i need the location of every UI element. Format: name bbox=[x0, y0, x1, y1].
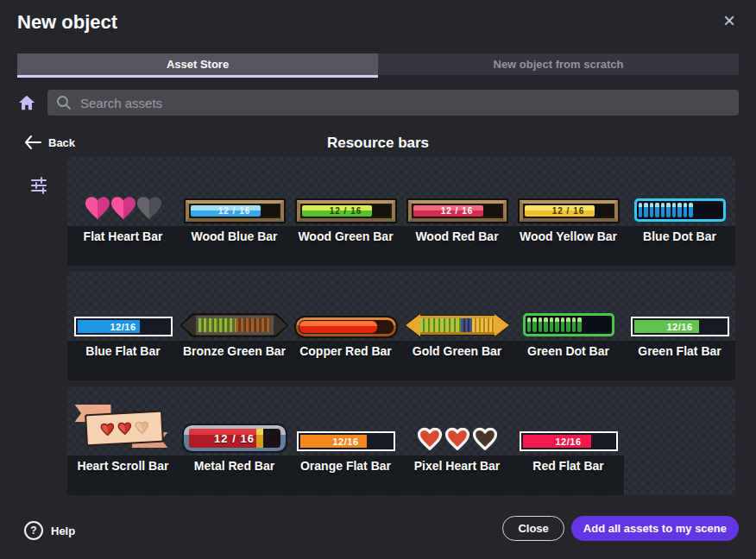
asset-tile-label: Heart Scroll Bar bbox=[67, 455, 179, 495]
asset-tile-blue-flat-bar[interactable]: 12/16Blue Flat Bar bbox=[67, 272, 179, 380]
category-header: Resource bars Back bbox=[0, 134, 756, 156]
close-icon[interactable]: × bbox=[723, 10, 735, 31]
help-label: Help bbox=[51, 524, 75, 537]
asset-thumbnail: 12 / 16 bbox=[513, 157, 624, 226]
tab-new-object-from-scratch[interactable]: New object from scratch bbox=[378, 53, 739, 75]
category-title: Resource bars bbox=[0, 135, 756, 152]
asset-thumbnail: 12/16 bbox=[624, 272, 735, 341]
asset-tile-label: Copper Red Bar bbox=[290, 341, 401, 380]
asset-tile-wood-blue-bar[interactable]: 12 / 16Wood Blue Bar bbox=[179, 157, 290, 266]
asset-thumbnail: 12/16 bbox=[513, 386, 624, 455]
asset-tile-wood-green-bar[interactable]: 12 / 16Wood Green Bar bbox=[290, 157, 401, 266]
asset-tile-metal-red-bar[interactable]: 12 / 16Metal Red Bar bbox=[179, 386, 290, 495]
tab-bar: Asset Store New object from scratch bbox=[17, 53, 739, 75]
home-button[interactable] bbox=[17, 93, 36, 112]
asset-thumbnail: 12/16 bbox=[67, 272, 179, 341]
asset-tile-wood-yellow-bar[interactable]: 12 / 16Wood Yellow Bar bbox=[513, 157, 624, 266]
dialog-title: New object bbox=[17, 11, 117, 34]
asset-row: Heart Scroll Bar12 / 16Metal Red Bar12/1… bbox=[67, 386, 735, 495]
help-button[interactable]: ? Help bbox=[24, 521, 75, 540]
asset-tile-label: Bronze Green Bar bbox=[179, 341, 290, 380]
back-label: Back bbox=[48, 136, 75, 149]
asset-tile-wood-red-bar[interactable]: 12 / 16Wood Red Bar bbox=[401, 157, 513, 266]
help-icon: ? bbox=[24, 521, 43, 540]
asset-thumbnail bbox=[67, 386, 179, 455]
search-row bbox=[17, 90, 739, 116]
asset-tile-orange-flat-bar[interactable]: 12/16Orange Flat Bar bbox=[290, 386, 401, 495]
asset-tile-bronze-green-bar[interactable]: Bronze Green Bar bbox=[179, 272, 290, 380]
asset-tile-label: Pixel Heart Bar bbox=[401, 455, 513, 495]
asset-tile-pixel-heart-bar[interactable]: Pixel Heart Bar bbox=[401, 386, 513, 495]
asset-thumbnail: 12 / 16 bbox=[401, 157, 513, 226]
asset-tile-label: Wood Red Bar bbox=[401, 226, 513, 266]
asset-tile-label: Green Dot Bar bbox=[513, 341, 624, 380]
asset-tile-green-dot-bar[interactable]: Green Dot Bar bbox=[513, 272, 624, 380]
asset-thumbnail bbox=[179, 272, 290, 341]
filter-tune-icon bbox=[28, 175, 49, 196]
footer-buttons: Close Add all assets to my scene bbox=[502, 516, 739, 541]
asset-tile-label: Wood Green Bar bbox=[290, 226, 401, 266]
back-button[interactable]: Back bbox=[24, 135, 75, 149]
asset-thumbnail bbox=[401, 272, 513, 341]
asset-thumbnail bbox=[290, 272, 401, 341]
asset-tile-label: Orange Flat Bar bbox=[290, 455, 401, 495]
asset-row: Flat Heart Bar12 / 16Wood Blue Bar12 / 1… bbox=[67, 157, 735, 266]
asset-row: 12/16Blue Flat BarBronze Green BarCopper… bbox=[67, 272, 735, 380]
asset-tile-label: Blue Dot Bar bbox=[624, 226, 735, 266]
asset-tile-gold-green-bar[interactable]: Gold Green Bar bbox=[401, 272, 513, 380]
search-input[interactable] bbox=[47, 96, 739, 110]
asset-thumbnail: 12/16 bbox=[290, 386, 401, 455]
asset-thumbnail bbox=[624, 157, 735, 226]
asset-thumbnail bbox=[513, 272, 624, 341]
back-arrow-icon bbox=[24, 135, 41, 149]
asset-thumbnail bbox=[401, 386, 513, 455]
asset-tile-label: Wood Blue Bar bbox=[179, 226, 290, 266]
asset-tile-copper-red-bar[interactable]: Copper Red Bar bbox=[290, 272, 401, 380]
asset-tile-label: Red Flat Bar bbox=[513, 455, 624, 495]
asset-thumbnail: 12 / 16 bbox=[179, 386, 290, 455]
asset-tile-label: Green Flat Bar bbox=[624, 341, 735, 380]
asset-tile-blue-dot-bar[interactable]: Blue Dot Bar bbox=[624, 157, 735, 266]
asset-tile-label: Metal Red Bar bbox=[179, 455, 290, 495]
tab-asset-store[interactable]: Asset Store bbox=[17, 53, 378, 75]
asset-tile-green-flat-bar[interactable]: 12/16Green Flat Bar bbox=[624, 272, 735, 380]
asset-tile-label: Wood Yellow Bar bbox=[513, 226, 624, 266]
search-icon bbox=[56, 95, 72, 110]
asset-thumbnail: 12 / 16 bbox=[179, 157, 290, 226]
asset-tile-label: Blue Flat Bar bbox=[67, 341, 179, 380]
asset-tile-label: Gold Green Bar bbox=[401, 341, 513, 380]
asset-tile-label: Flat Heart Bar bbox=[67, 226, 179, 266]
filter-button[interactable] bbox=[28, 175, 49, 196]
search-box[interactable] bbox=[47, 90, 739, 116]
add-all-assets-button[interactable]: Add all assets to my scene bbox=[571, 516, 739, 541]
asset-tile-flat-heart-bar[interactable]: Flat Heart Bar bbox=[67, 157, 179, 266]
asset-grid: Flat Heart Bar12 / 16Wood Blue Bar12 / 1… bbox=[67, 157, 735, 501]
home-icon bbox=[17, 93, 36, 112]
asset-thumbnail bbox=[67, 157, 179, 226]
asset-tile-red-flat-bar[interactable]: 12/16Red Flat Bar bbox=[513, 386, 624, 495]
asset-thumbnail: 12 / 16 bbox=[290, 157, 401, 226]
close-button[interactable]: Close bbox=[502, 516, 564, 541]
new-object-dialog: New object × Asset Store New object from… bbox=[0, 0, 756, 559]
asset-tile-heart-scroll-bar[interactable]: Heart Scroll Bar bbox=[67, 386, 179, 495]
